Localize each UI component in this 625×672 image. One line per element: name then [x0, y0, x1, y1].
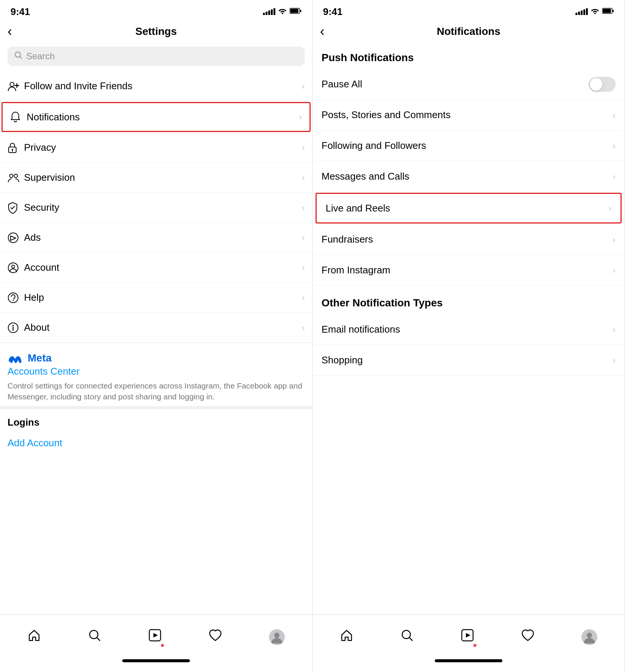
- svg-rect-29: [613, 10, 614, 12]
- live-reels-label: Live and Reels: [326, 202, 608, 214]
- svg-line-4: [20, 57, 22, 59]
- email-chevron: ›: [613, 324, 616, 335]
- supervision-icon: [8, 172, 24, 183]
- settings-item-ads[interactable]: Ads ›: [0, 223, 312, 253]
- privacy-chevron: ›: [302, 142, 305, 153]
- reels-icon-left: [148, 628, 162, 645]
- svg-point-21: [12, 325, 14, 326]
- messages-label: Messages and Calls: [322, 171, 613, 182]
- tab-search-left[interactable]: [80, 625, 109, 649]
- from-instagram-label: From Instagram: [322, 264, 613, 276]
- settings-item-supervision[interactable]: Supervision ›: [0, 163, 312, 193]
- search-icon: [14, 51, 23, 62]
- notif-item-messages[interactable]: Messages and Calls ›: [312, 161, 625, 192]
- svg-point-11: [10, 174, 13, 177]
- notifications-list: Push Notifications Pause All Posts, Stor…: [312, 43, 625, 614]
- about-chevron: ›: [302, 322, 305, 333]
- settings-title: Settings: [135, 26, 177, 38]
- profile-avatar-left: [269, 629, 285, 645]
- about-icon: [8, 322, 24, 333]
- home-icon-left: [27, 628, 41, 645]
- tab-reels-right[interactable]: [453, 625, 482, 649]
- status-time-right: 9:41: [323, 6, 343, 18]
- pause-all-row: Pause All: [312, 69, 625, 100]
- posts-label: Posts, Stories and Comments: [322, 109, 613, 121]
- notif-item-fundraisers[interactable]: Fundraisers ›: [312, 224, 625, 255]
- tab-bar-left: [0, 614, 312, 659]
- messages-chevron: ›: [613, 171, 616, 182]
- settings-item-security[interactable]: Security ›: [0, 193, 312, 223]
- svg-rect-2: [300, 10, 301, 12]
- search-bar[interactable]: Search: [8, 46, 305, 66]
- search-tab-icon-right: [400, 628, 414, 645]
- status-bar-left: 9:41: [0, 0, 312, 20]
- follow-label: Follow and Invite Friends: [24, 80, 302, 92]
- notif-item-posts[interactable]: Posts, Stories and Comments ›: [312, 100, 625, 130]
- signal-icon: [263, 8, 275, 15]
- meta-description: Control settings for connected experienc…: [8, 380, 305, 402]
- shopping-label: Shopping: [322, 354, 613, 366]
- pause-all-toggle[interactable]: [589, 77, 616, 92]
- signal-icon-right: [575, 8, 588, 15]
- settings-item-account[interactable]: Account ›: [0, 253, 312, 283]
- tab-activity-left[interactable]: [201, 625, 230, 649]
- tab-profile-right[interactable]: [574, 626, 605, 649]
- notif-item-live-reels[interactable]: Live and Reels ›: [316, 193, 622, 224]
- settings-item-notifications[interactable]: Notifications ›: [2, 102, 311, 132]
- accounts-center-link[interactable]: Accounts Center: [8, 366, 305, 377]
- fundraisers-label: Fundraisers: [322, 234, 613, 245]
- status-icons-right: [575, 8, 614, 16]
- push-notifications-header: Push Notifications: [312, 43, 625, 69]
- notifications-panel: 9:41: [312, 0, 625, 672]
- tab-home-right[interactable]: [332, 625, 361, 649]
- status-bar-right: 9:41: [312, 0, 625, 20]
- tab-search-right[interactable]: [393, 625, 421, 649]
- tab-reels-left[interactable]: [141, 625, 169, 649]
- status-icons-left: [263, 8, 302, 16]
- settings-nav-bar: ‹ Settings: [0, 20, 312, 43]
- help-icon: [8, 292, 24, 303]
- account-chevron: ›: [302, 262, 305, 273]
- help-chevron: ›: [302, 292, 305, 303]
- back-button-settings[interactable]: ‹: [8, 25, 12, 38]
- tab-activity-right[interactable]: [514, 625, 542, 649]
- search-placeholder: Search: [26, 51, 55, 62]
- reels-dot-left: [161, 644, 164, 647]
- tab-profile-left[interactable]: [261, 626, 292, 649]
- supervision-chevron: ›: [302, 172, 305, 183]
- back-button-notifications[interactable]: ‹: [320, 25, 325, 38]
- notifications-label: Notifications: [27, 111, 299, 123]
- settings-item-help[interactable]: Help ›: [0, 283, 312, 313]
- account-label: Account: [24, 262, 302, 273]
- svg-point-5: [10, 82, 14, 86]
- toggle-knob: [590, 78, 602, 91]
- settings-item-about[interactable]: About ›: [0, 313, 312, 343]
- notifications-chevron: ›: [299, 112, 302, 122]
- live-reels-chevron: ›: [608, 203, 611, 213]
- security-chevron: ›: [302, 202, 305, 213]
- settings-panel: 9:41: [0, 0, 312, 672]
- tab-home-left[interactable]: [20, 625, 48, 649]
- home-indicator-left: [0, 659, 312, 672]
- status-time-left: 9:41: [11, 6, 30, 18]
- about-label: About: [24, 322, 302, 333]
- notif-item-email[interactable]: Email notifications ›: [312, 314, 625, 345]
- settings-list: Follow and Invite Friends › Notification…: [0, 71, 312, 614]
- ads-icon: [8, 232, 24, 243]
- settings-item-follow[interactable]: Follow and Invite Friends ›: [0, 71, 312, 101]
- fundraisers-chevron: ›: [613, 234, 616, 245]
- shopping-chevron: ›: [613, 355, 616, 366]
- privacy-label: Privacy: [24, 142, 302, 153]
- other-notifications-header: Other Notification Types: [312, 286, 625, 314]
- tab-bar-right: [312, 614, 625, 659]
- privacy-icon: [8, 142, 24, 153]
- reels-icon-right: [461, 628, 474, 645]
- notifications-icon: [10, 111, 27, 123]
- reels-dot-right: [473, 644, 476, 647]
- security-icon: [8, 202, 24, 214]
- notif-item-shopping[interactable]: Shopping ›: [312, 345, 625, 376]
- settings-item-privacy[interactable]: Privacy ›: [0, 133, 312, 163]
- notif-item-following[interactable]: Following and Followers ›: [312, 130, 625, 161]
- add-account-link[interactable]: Add Account: [8, 434, 305, 453]
- notif-item-from-instagram[interactable]: From Instagram ›: [312, 255, 625, 286]
